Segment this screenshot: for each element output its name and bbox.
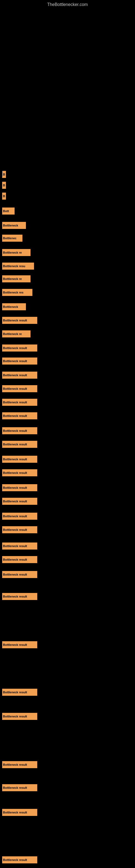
bar-label: Bottleneck result [3,763,27,766]
bar-row: Bottleneck result [0,358,37,365]
bar-label: Bottleneck result [3,558,27,561]
bar-row: Bottleneck res [0,289,32,296]
bar-row: Bottleneck result [0,713,37,720]
bar-label: Bottleneck [3,305,18,308]
bar-row: Bottleneck result [0,317,37,324]
bar-row: Bottlenec [0,235,22,242]
bar-label: Bottleneck result [3,429,27,432]
bar-row: Bottleneck result [0,498,37,505]
bar-row: Bottleneck result [0,484,37,491]
bar-label: Bottleneck result [3,715,27,718]
bar-label: Bottleneck result [3,595,27,598]
bar-row: Bottleneck result [0,571,37,578]
bar-row: B [0,182,6,189]
bar-label: Bottleneck result [3,401,27,404]
bar-label: Bottleneck result [3,486,27,489]
bar-row: Bottleneck result [0,372,37,379]
bar-row: Bottleneck result [0,856,37,863]
bar-row: Bottleneck result [0,593,37,600]
vertical-line-indicator [2,171,3,176]
bar-row: Bottleneck re [0,330,31,337]
bar-label: Bottleneck result [3,387,27,390]
bar-label: Bottlenec [3,237,16,240]
site-title: TheBottlenecker.com [0,0,135,8]
bar-row: Bottleneck result [0,526,37,533]
bar-row: Bott [0,208,14,215]
bar-label: B [3,184,5,187]
bar-row: Bottleneck result [0,427,37,434]
bar-label: Bott [3,209,9,213]
bar-row: Bottleneck re [0,275,31,282]
bar-label: Bottleneck result [3,319,27,322]
bar-label: Bottleneck result [3,458,27,461]
bar-label: Bottleneck result [3,515,27,518]
bar-label: Bottleneck result [3,691,27,694]
bar-row: Bottleneck [0,222,26,229]
bar-label: B [3,194,5,198]
bar-label: Bottleneck resu [3,265,26,268]
bar-label: Bottleneck result [3,573,27,576]
bar-row: Bottleneck result [0,469,37,476]
bar-label: Bottleneck result [3,643,27,646]
bar-row: Bottleneck result [0,344,37,351]
bar-row: Bottleneck result [0,641,37,648]
bar-label: Bottleneck re [3,277,22,280]
bar-row: Bottleneck result [0,456,37,463]
bar-label: Bottleneck result [3,360,27,363]
bar-label: Bottleneck result [3,443,27,446]
bar-label: Bottleneck result [3,373,27,377]
bar-label: Bottleneck result [3,858,27,862]
bar-label: B [3,173,5,176]
bar-label: Bottleneck result [3,471,27,474]
bar-row: Bottleneck [0,303,26,310]
bar-row: Bottleneck result [0,542,37,550]
bar-label: Bottleneck result [3,786,27,789]
bar-row: Bottleneck resu [0,262,34,270]
bar-row: Bottleneck result [0,809,37,816]
bar-row: Bottleneck result [0,784,37,791]
bar-label: Bottleneck res [3,291,24,294]
bar-row: Bottleneck result [0,441,37,448]
bar-row: Bottleneck result [0,385,37,392]
bar-label: Bottleneck result [3,346,27,350]
bar-row: Bottleneck result [0,689,37,696]
bar-row: Bottleneck result [0,556,37,563]
bar-row: Bottleneck re [0,249,31,256]
bar-label: Bottleneck result [3,500,27,503]
bar-label: Bottleneck result [3,811,27,814]
bar-label: Bottleneck result [3,528,27,531]
bar-row: Bottleneck result [0,761,37,768]
bar-label: Bottleneck re [3,332,22,336]
bar-label: Bottleneck re [3,251,22,254]
bar-label: Bottleneck result [3,545,27,548]
bar-row: B [0,193,6,199]
bar-label: Bottleneck result [3,414,27,417]
bar-row: Bottleneck result [0,513,37,520]
bar-label: Bottleneck [3,224,18,227]
bars-container: BBBBottBottleneckBottlenecBottleneck reB… [0,171,135,868]
bar-row: Bottleneck result [0,412,37,420]
bar-row: Bottleneck result [0,399,37,406]
bar-row: B [0,171,6,178]
chart-background [0,8,135,171]
